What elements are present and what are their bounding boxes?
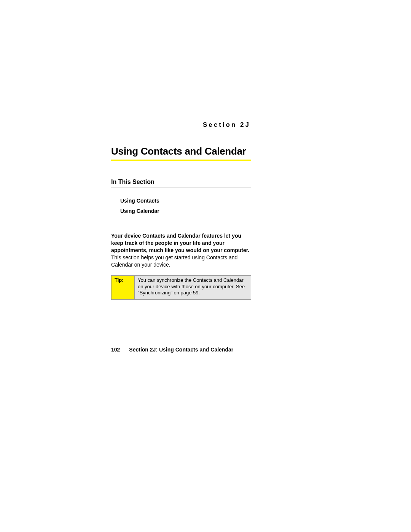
page-title: Using Contacts and Calendar bbox=[111, 145, 251, 161]
in-this-section-heading: In This Section bbox=[111, 179, 251, 187]
tip-box: Tip: You can synchronize the Contacts an… bbox=[111, 275, 251, 300]
toc-item: Using Contacts bbox=[120, 196, 251, 206]
tip-label: Tip: bbox=[112, 275, 135, 300]
toc-item: Using Calendar bbox=[120, 206, 251, 216]
tip-text: You can synchronize the Contacts and Cal… bbox=[135, 275, 251, 300]
page-content: Section 2J Using Contacts and Calendar I… bbox=[111, 121, 251, 300]
footer-text: Section 2J: Using Contacts and Calendar bbox=[129, 347, 233, 353]
page-footer: 102Section 2J: Using Contacts and Calend… bbox=[111, 347, 233, 353]
body-bold: Your device Contacts and Calendar featur… bbox=[111, 233, 249, 253]
section-label: Section 2J bbox=[111, 121, 251, 129]
body-rest: This section helps you get started using… bbox=[111, 254, 237, 268]
page-number: 102 bbox=[111, 347, 120, 353]
body-paragraph: Your device Contacts and Calendar featur… bbox=[111, 232, 251, 268]
divider bbox=[111, 226, 251, 226]
table-of-contents: Using Contacts Using Calendar bbox=[120, 196, 251, 216]
